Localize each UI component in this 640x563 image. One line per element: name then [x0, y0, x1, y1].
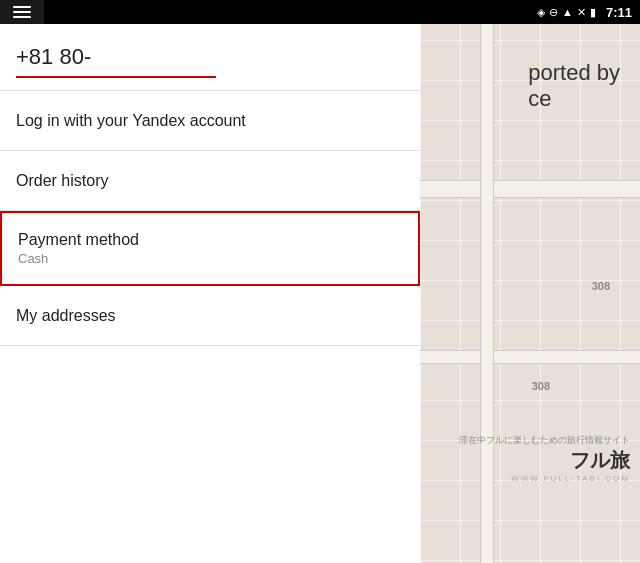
signal-x-icon: ✕: [577, 6, 586, 19]
sidebar-item-order-history-label: Order history: [16, 172, 404, 190]
battery-icon: ▮: [590, 6, 596, 19]
status-bar: ◈ ⊖ ▲ ✕ ▮ 7:11: [0, 0, 640, 24]
watermark-line1: 滞在中フルに楽しむための旅行情報サイト: [459, 434, 630, 447]
watermark-line2: フル旅: [459, 447, 630, 474]
sidebar-item-my-addresses-label: My addresses: [16, 307, 404, 325]
map-road-label-1: 308: [592, 280, 610, 292]
hamburger-icon: [13, 6, 31, 18]
sidebar-item-login-label: Log in with your Yandex account: [16, 112, 404, 130]
sidebar-item-order-history[interactable]: Order history: [0, 151, 420, 211]
minus-circle-icon: ⊖: [549, 6, 558, 19]
location-icon: ◈: [537, 6, 545, 19]
map-road-label-2: 308: [532, 380, 550, 392]
map-overlay-text-2: ce: [528, 86, 620, 112]
menu-button-area[interactable]: [0, 0, 44, 24]
watermark-line3: WWW.FULL-TABI.COM: [459, 474, 630, 483]
map-watermark: 滞在中フルに楽しむための旅行情報サイト フル旅 WWW.FULL-TABI.CO…: [459, 434, 630, 483]
map-text-overlay: ported by ce: [528, 60, 620, 112]
sidebar-panel: +81 80- Log in with your Yandex account …: [0, 24, 420, 563]
phone-section: +81 80-: [0, 24, 420, 91]
sidebar-item-payment-label: Payment method: [18, 231, 402, 249]
time-display: 7:11: [606, 5, 632, 20]
wifi-icon: ▲: [562, 6, 573, 18]
phone-number-display: +81 80-: [16, 44, 404, 70]
map-overlay-text-1: ported by: [528, 60, 620, 86]
sidebar-item-my-addresses[interactable]: My addresses: [0, 286, 420, 346]
status-icons: ◈ ⊖ ▲ ✕ ▮ 7:11: [537, 5, 632, 20]
sidebar-item-payment-sub: Cash: [18, 251, 402, 266]
phone-underline: [16, 76, 216, 78]
sidebar-item-login[interactable]: Log in with your Yandex account: [0, 91, 420, 151]
sidebar-item-payment-method[interactable]: Payment method Cash: [0, 211, 420, 286]
